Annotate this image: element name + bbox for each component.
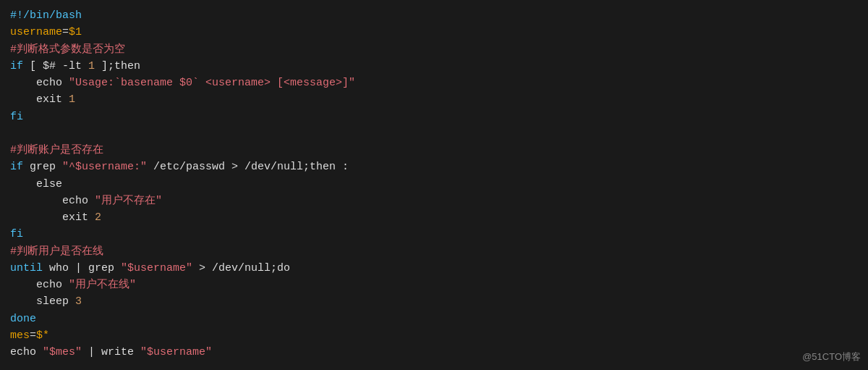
line-1: #!/bin/bash xyxy=(10,7,858,24)
line-7: fi xyxy=(10,109,858,125)
watermark: @51CTO博客 xyxy=(802,350,861,364)
code-editor: #!/bin/bash username=$1 #判断格式参数是否为空 if [… xyxy=(0,0,868,370)
line-15: #判断用户是否在线 xyxy=(10,243,858,260)
line-14: fi xyxy=(10,226,858,243)
line-2: username=$1 xyxy=(10,24,858,41)
line-18: sleep 3 xyxy=(10,293,858,310)
line-20: mes=$* xyxy=(10,327,858,344)
line-6: exit 1 xyxy=(10,91,858,108)
line-13: exit 2 xyxy=(10,209,858,226)
line-10: if grep "^$username:" /etc/passwd > /dev… xyxy=(10,159,858,175)
line-19: done xyxy=(10,311,858,327)
line-16: until who | grep "$username" > /dev/null… xyxy=(10,260,858,277)
line-11: else xyxy=(10,176,858,193)
line-17: echo "用户不在线" xyxy=(10,277,858,293)
line-5: echo "Usage:`basename $0` <username> [<m… xyxy=(10,75,858,91)
line-12: echo "用户不存在" xyxy=(10,193,858,209)
line-9: #判断账户是否存在 xyxy=(10,142,858,159)
line-8 xyxy=(10,125,858,142)
line-21: echo "$mes" | write "$username" xyxy=(10,344,858,361)
line-3: #判断格式参数是否为空 xyxy=(10,41,858,58)
line-4: if [ $# -lt 1 ];then xyxy=(10,58,858,75)
